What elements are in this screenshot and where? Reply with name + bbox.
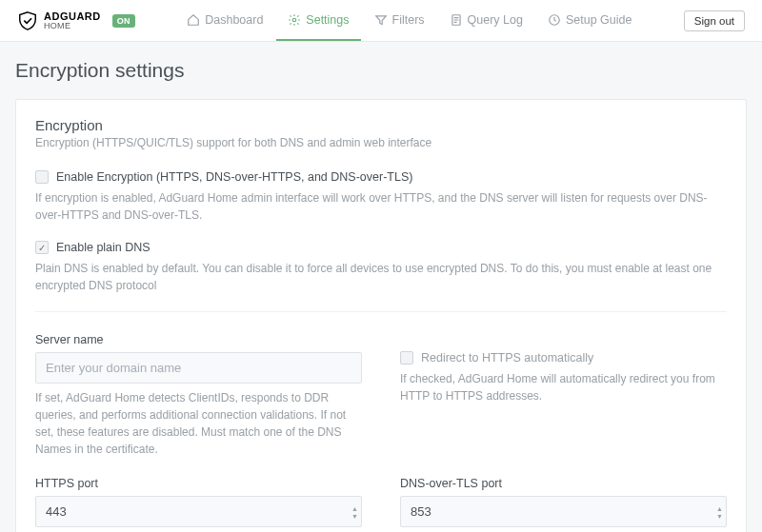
gear-icon: [288, 13, 301, 27]
clock-icon: [548, 13, 561, 27]
topbar: ADGUARD HOME ON Dashboard Settings Filte…: [0, 0, 762, 42]
nav-label: Settings: [306, 13, 349, 27]
https-port-input[interactable]: [35, 496, 362, 527]
dot-port-stepper[interactable]: ▲▼: [716, 504, 723, 519]
plain-dns-label: Enable plain DNS: [56, 241, 150, 254]
plain-dns-help: Plain DNS is enabled by default. You can…: [35, 260, 727, 294]
brand-name: ADGUARD: [44, 11, 101, 22]
nav-label: Filters: [392, 13, 425, 27]
dot-port-input[interactable]: [400, 496, 727, 527]
enable-encryption-block: Enable Encryption (HTTPS, DNS-over-HTTPS…: [35, 170, 727, 224]
brand-subname: HOME: [44, 22, 101, 30]
nav-querylog[interactable]: Query Log: [438, 0, 534, 41]
https-port-label: HTTPS port: [35, 477, 362, 490]
enable-encryption-help: If encryption is enabled, AdGuard Home a…: [35, 189, 727, 224]
svg-point-0: [293, 18, 297, 22]
status-badge: ON: [112, 14, 135, 28]
encryption-card: Encryption Encryption (HTTPS/QUIC/TLS) s…: [15, 99, 747, 532]
brand-text: ADGUARD HOME: [44, 11, 101, 30]
enable-encryption-label: Enable Encryption (HTTPS, DNS-over-HTTPS…: [56, 170, 412, 184]
dashboard-icon: [187, 13, 200, 27]
https-port-field: HTTPS port ▲▼ If HTTPS port is configure…: [35, 477, 362, 532]
dot-port-label: DNS-over-TLS port: [400, 477, 727, 490]
chevron-down-icon: ▼: [351, 512, 358, 519]
plain-dns-checkbox[interactable]: [35, 241, 49, 254]
nav-setup[interactable]: Setup Guide: [536, 0, 644, 41]
redirect-label: Redirect to HTTPS automatically: [421, 351, 593, 365]
https-port-stepper[interactable]: ▲▼: [351, 504, 358, 519]
page: Encryption settings Encryption Encryptio…: [0, 42, 762, 532]
filter-icon: [374, 13, 388, 27]
nav-label: Setup Guide: [566, 13, 632, 27]
dot-port-field: DNS-over-TLS port ▲▼ If this port is con…: [400, 477, 727, 532]
enable-encryption-checkbox[interactable]: [35, 170, 49, 184]
nav-dashboard[interactable]: Dashboard: [175, 0, 274, 41]
server-name-help: If set, AdGuard Home detects ClientIDs, …: [35, 389, 362, 458]
nav-filters[interactable]: Filters: [363, 0, 436, 41]
redirect-field: Redirect to HTTPS automatically If check…: [400, 351, 727, 404]
page-title: Encryption settings: [15, 59, 747, 82]
redirect-help: If checked, AdGuard Home will automatica…: [400, 370, 727, 404]
chevron-down-icon: ▼: [716, 512, 723, 519]
nav-label: Dashboard: [205, 13, 263, 27]
divider: [35, 311, 727, 312]
server-name-field: Server name If set, AdGuard Home detects…: [35, 333, 362, 458]
adguard-logo-icon: [17, 10, 38, 31]
plain-dns-block: Enable plain DNS Plain DNS is enabled by…: [35, 241, 727, 294]
card-subtitle: Encryption (HTTPS/QUIC/TLS) support for …: [35, 136, 727, 149]
card-title: Encryption: [35, 117, 727, 133]
nav-label: Query Log: [468, 13, 523, 27]
brand[interactable]: ADGUARD HOME ON: [17, 10, 135, 31]
chevron-up-icon: ▲: [351, 504, 358, 511]
log-icon: [450, 13, 463, 27]
nav-settings[interactable]: Settings: [276, 0, 360, 41]
redirect-checkbox[interactable]: [400, 351, 413, 365]
main-nav: Dashboard Settings Filters Query Log Set…: [175, 0, 643, 41]
server-name-input[interactable]: [35, 352, 362, 384]
signout-button[interactable]: Sign out: [684, 10, 745, 31]
server-name-label: Server name: [35, 333, 362, 346]
chevron-up-icon: ▲: [716, 504, 723, 511]
